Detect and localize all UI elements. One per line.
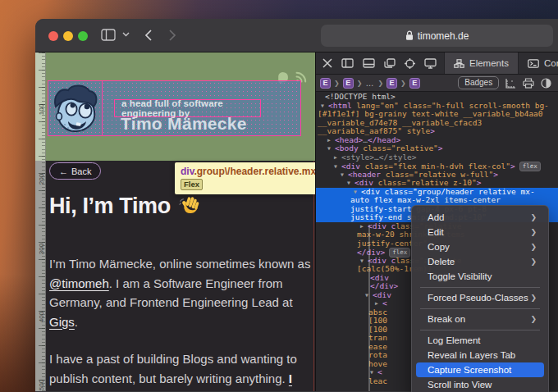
minimize-window-button[interactable] xyxy=(63,31,73,41)
tooltip-tag: div xyxy=(181,166,194,177)
menu-item-break-on[interactable]: Break on❯ xyxy=(416,312,544,326)
submenu-chevron-icon: ❯ xyxy=(530,228,537,236)
inline-link[interactable]: I xyxy=(289,371,292,385)
browser-toolbar: timomeh.de xyxy=(35,19,558,52)
ruler-icon[interactable] xyxy=(505,78,516,89)
flex-badge: Flex xyxy=(181,179,203,190)
blog-paragraph: I have a past of building Blogs and want… xyxy=(49,349,312,391)
breadcrumb-bar: E❯E❯…❯E❯E Badges xyxy=(316,75,558,92)
highlight-guide-line xyxy=(313,161,314,391)
page-title: Hi, I’m Timo xyxy=(49,194,200,219)
ruler-label: 200 xyxy=(38,171,45,189)
site-title: Timo Mämecke xyxy=(121,114,247,134)
vertical-ruler: 100200300400500 xyxy=(35,52,46,391)
breadcrumb-separator: ❯ xyxy=(400,80,407,87)
page-viewport: a head full of software engineering by T… xyxy=(35,52,315,391)
back-arrow: ← xyxy=(59,166,68,176)
breadcrumb-separator: ❯ xyxy=(377,80,384,87)
ruler-label: 500 xyxy=(38,376,45,392)
disclosure-closed-icon[interactable]: ▶ xyxy=(327,136,335,145)
console-icon xyxy=(528,59,539,68)
element-info-tooltip: div.group\/header.relative.mx-auto Flex xyxy=(175,162,315,194)
hierarchy-icon xyxy=(454,59,464,68)
menu-item-delete[interactable]: Delete❯ xyxy=(416,254,544,269)
menu-item-capture-screenshot[interactable]: Capture Screenshot xyxy=(416,362,544,377)
menu-item-toggle-visibility[interactable]: Toggle Visibility xyxy=(416,269,544,284)
intro-paragraph: I’m Timo Mämecke, online sometimes known… xyxy=(49,254,312,331)
ruler-label: 100 xyxy=(38,101,45,119)
menu-separator xyxy=(420,287,540,288)
ruler-label: 300 xyxy=(38,240,45,258)
disclosure-open-icon[interactable]: ▼ xyxy=(347,179,354,188)
web-inspector: Elements Console E❯E❯… xyxy=(315,52,558,391)
menu-item-forced-pseudo-classes[interactable]: Forced Pseudo-Classes❯ xyxy=(416,290,544,305)
tab-elements[interactable]: Elements xyxy=(444,52,518,74)
disclosure-closed-icon[interactable]: ▶ xyxy=(334,153,341,162)
disclosure-open-icon[interactable]: ▼ xyxy=(341,171,348,180)
tooltip-selector: .group\/header.relative.mx-auto xyxy=(194,166,315,177)
sidebar-toggle-icon[interactable] xyxy=(101,29,116,41)
submenu-chevron-icon: ❯ xyxy=(530,213,537,221)
breadcrumb-ellipsis[interactable]: … xyxy=(365,79,374,88)
indent-guide xyxy=(368,225,370,391)
menu-item-add[interactable]: Add❯ xyxy=(416,210,544,225)
target-icon[interactable] xyxy=(405,58,415,69)
avatar xyxy=(48,81,103,135)
menu-item-copy[interactable]: Copy❯ xyxy=(416,239,544,254)
menu-separator xyxy=(420,330,540,330)
breadcrumb-element-badge[interactable]: E xyxy=(409,78,420,89)
dock-bottom-icon[interactable] xyxy=(363,58,375,68)
submenu-chevron-icon: ❯ xyxy=(530,315,537,323)
breadcrumb-element-badge[interactable]: E xyxy=(320,78,331,89)
contrast-icon[interactable] xyxy=(541,78,551,89)
element-highlight-overlay: a head full of software engineering by T… xyxy=(48,80,301,136)
browser-window: timomeh.de xyxy=(35,19,558,392)
menu-separator xyxy=(420,308,540,309)
menu-item-edit[interactable]: Edit❯ xyxy=(416,225,544,239)
breadcrumb: E❯E❯…❯E❯E xyxy=(320,78,420,89)
inline-link[interactable]: @timomeh xyxy=(49,276,109,290)
tab-console[interactable]: Console xyxy=(518,52,558,74)
badges-button[interactable]: Badges xyxy=(458,76,499,89)
breadcrumb-separator: ❯ xyxy=(333,80,341,87)
breadcrumb-separator: ❯ xyxy=(356,80,364,87)
menu-item-log-element[interactable]: Log Element xyxy=(416,333,544,348)
inspector-tab-bar: Elements Console xyxy=(316,52,558,75)
breadcrumb-element-badge[interactable]: E xyxy=(386,78,397,89)
printer-icon[interactable] xyxy=(523,78,534,89)
address-text: timomeh.de xyxy=(418,30,469,42)
ruler-label: 400 xyxy=(38,308,45,326)
close-icon[interactable] xyxy=(322,58,332,68)
undock-icon[interactable] xyxy=(384,58,396,69)
inline-link[interactable]: found the issue xyxy=(49,390,140,391)
zoom-window-button[interactable] xyxy=(78,31,88,41)
submenu-chevron-icon: ❯ xyxy=(530,258,537,266)
forward-icon[interactable] xyxy=(169,30,176,41)
desktop-wallpaper: timomeh.de xyxy=(0,0,558,392)
waving-hand-icon xyxy=(178,195,200,217)
submenu-chevron-icon: ❯ xyxy=(530,243,537,251)
context-menu: Add❯Edit❯Copy❯Delete❯Toggle VisibilityFo… xyxy=(411,205,549,392)
tree-row[interactable]: ▶<style>…</style> xyxy=(316,153,558,162)
lock-icon xyxy=(405,30,414,41)
chevron-down-icon[interactable] xyxy=(122,32,130,37)
disclosure-open-icon[interactable]: ▼ xyxy=(327,144,335,153)
breadcrumb-element-badge[interactable]: E xyxy=(343,78,354,89)
site-header: a head full of software engineering by T… xyxy=(35,52,315,161)
back-icon[interactable] xyxy=(144,30,152,41)
close-window-button[interactable] xyxy=(48,31,58,41)
inline-link[interactable]: Gigs xyxy=(49,315,75,329)
back-button[interactable]: ←Back xyxy=(49,162,101,180)
menu-item-reveal-in-layers-tab[interactable]: Reveal in Layers Tab xyxy=(416,348,544,362)
dock-side-icon[interactable] xyxy=(341,58,354,68)
menu-item-scroll-into-view[interactable]: Scroll into View xyxy=(416,377,544,392)
address-bar[interactable]: timomeh.de xyxy=(321,25,553,47)
submenu-chevron-icon: ❯ xyxy=(530,294,537,302)
device-icon[interactable] xyxy=(424,58,437,69)
